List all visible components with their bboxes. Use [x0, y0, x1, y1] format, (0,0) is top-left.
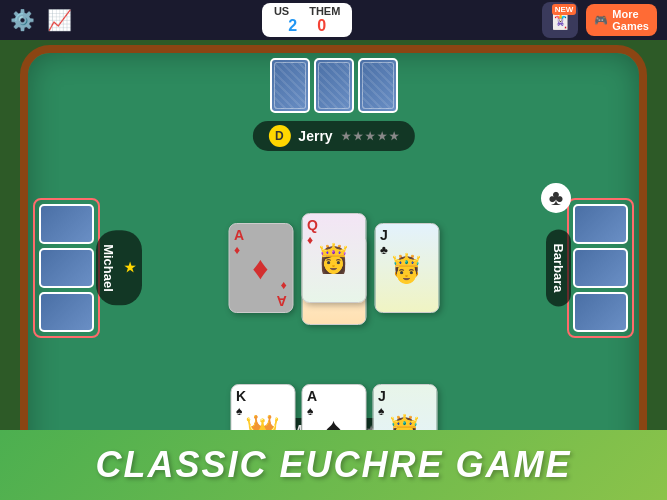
- star-4: ★: [377, 130, 387, 143]
- score-box: US THEM 2 0: [262, 3, 352, 37]
- top-bar-left: ⚙️ 📈: [10, 8, 72, 32]
- jerry-stars: ★ ★ ★ ★ ★: [341, 130, 399, 143]
- barbara-card-outline: [567, 198, 634, 338]
- us-label: US: [274, 5, 289, 17]
- star-1: ★: [341, 130, 351, 143]
- michael-star: ★: [122, 260, 137, 275]
- banner-text: CLASSIC EUCHRE GAME: [95, 444, 571, 486]
- ace-s-top: A♠: [307, 389, 317, 417]
- game-container: ⚙️ 📈 US THEM 2 0 🃏 NEW 🎮 MoreGames: [0, 0, 667, 500]
- left-card-1: [39, 204, 94, 244]
- ace-of-diamonds-card: A♦ ♦ A♦: [228, 223, 293, 313]
- jack-c-value-top: J♣: [380, 228, 388, 256]
- more-games-button[interactable]: 🎮 MoreGames: [586, 4, 657, 36]
- ace-center: ♦: [252, 249, 268, 286]
- score-values: 2 0: [288, 17, 326, 35]
- star-2: ★: [353, 130, 363, 143]
- top-card-2: [314, 58, 354, 113]
- trend-icon[interactable]: 📈: [47, 8, 72, 32]
- top-card-1: [270, 58, 310, 113]
- right-card-2: [573, 248, 628, 288]
- new-game-button[interactable]: 🃏 NEW: [542, 2, 578, 38]
- top-bar-right: 🃏 NEW 🎮 MoreGames: [542, 2, 657, 38]
- ace-value-top: A♦: [234, 228, 244, 256]
- jack-c-face: 🤴: [389, 251, 424, 284]
- more-games-label: MoreGames: [612, 8, 649, 32]
- michael-name: Michael: [101, 244, 116, 292]
- barbara-name: Barbara: [551, 243, 566, 292]
- queen-of-diamonds-card: Q♦ 👸: [301, 213, 366, 303]
- top-player-cards: [270, 58, 398, 113]
- right-player-area: [567, 198, 634, 338]
- score-us: 2: [288, 17, 297, 35]
- them-label: THEM: [309, 5, 340, 17]
- top-bar: ⚙️ 📈 US THEM 2 0 🃏 NEW 🎮 MoreGames: [0, 0, 667, 40]
- left-card-3: [39, 292, 94, 332]
- ace-value-bottom: A♦: [277, 280, 287, 308]
- stacked-cards: J♦ 🃏 Q♦ 👸: [301, 213, 366, 323]
- right-card-1: [573, 204, 628, 244]
- trump-symbol: ♣: [541, 183, 571, 213]
- jack-s-top: J♠: [378, 389, 386, 417]
- michael-player-tag: Michael ★: [96, 230, 142, 306]
- michael-card-outline: [33, 198, 100, 338]
- star-5: ★: [389, 130, 399, 143]
- star-3: ★: [365, 130, 375, 143]
- dealer-badge: D: [268, 125, 290, 147]
- right-card-3: [573, 292, 628, 332]
- left-player-area: [33, 198, 100, 338]
- top-card-3: [358, 58, 398, 113]
- jerry-name: Jerry: [298, 128, 332, 144]
- jerry-player-tag: D Jerry ★ ★ ★ ★ ★: [252, 121, 414, 151]
- settings-icon[interactable]: ⚙️: [10, 8, 35, 32]
- queen-face: 👸: [316, 241, 351, 274]
- center-play-area: A♦ ♦ A♦ J♦ 🃏 Q♦ 👸: [228, 213, 439, 323]
- score-labels: US THEM: [274, 5, 340, 17]
- jack-of-clubs-card: J♣ 🤴: [374, 223, 439, 313]
- banner: CLASSIC EUCHRE GAME: [0, 430, 667, 500]
- new-badge: NEW: [552, 4, 577, 15]
- barbara-player-tag: Barbara: [546, 229, 571, 306]
- left-card-2: [39, 248, 94, 288]
- score-them: 0: [317, 17, 326, 35]
- game-table: D Jerry ★ ★ ★ ★ ★ Michael ★: [20, 45, 647, 490]
